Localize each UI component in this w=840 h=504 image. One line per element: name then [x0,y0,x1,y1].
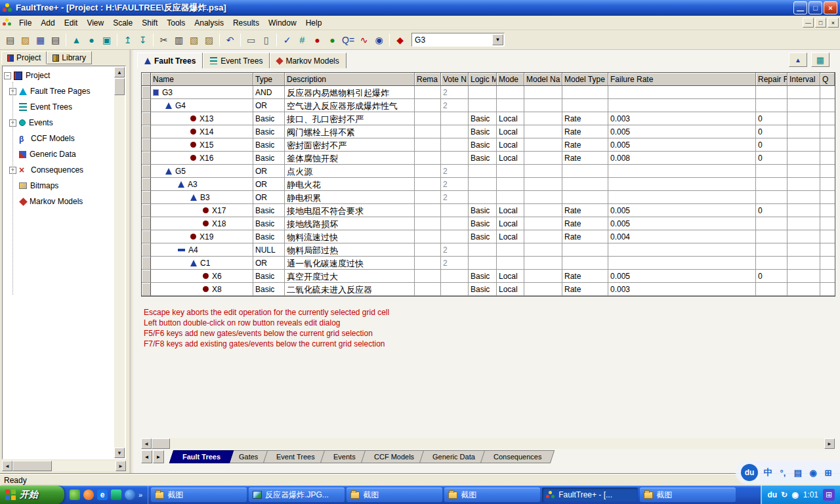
cell-repair[interactable]: 0 [756,152,788,165]
cell-repair[interactable] [756,86,788,99]
scroll-left-icon[interactable]: ◄ [141,438,152,449]
scroll-right-icon[interactable]: ► [116,461,126,471]
ime-menu-icon[interactable]: ⊞ [823,468,833,478]
cell-model-type[interactable]: Rate [562,217,608,230]
sheet-tab-generic-data[interactable]: Generic Data [419,450,488,463]
tree-item-event-trees[interactable]: · Event Trees [4,99,114,115]
ime-punctuation-icon[interactable]: °, [778,468,788,478]
cell-interval[interactable] [788,125,820,138]
grid-view-button[interactable] [811,52,830,67]
tab-library[interactable]: Library [47,51,92,64]
cell-model-name[interactable] [524,217,562,230]
quick-launch-overflow-chevron[interactable]: » [138,491,142,499]
collapse-icon[interactable]: − [4,72,11,79]
cell-vote[interactable] [441,204,469,217]
cell-type[interactable]: Basic [253,125,285,138]
undo-icon[interactable]: ↶ [222,32,238,47]
cell-failure-rate[interactable]: 0.003 [608,283,756,296]
cell-remarks[interactable] [415,204,441,217]
taskbar-button[interactable]: 截图 [151,488,247,502]
cell-failure-rate[interactable] [608,86,756,99]
tree-vertical-scrollbar[interactable]: ▲ ▼ [114,67,125,458]
cell-logic[interactable]: Basic [469,204,497,217]
cell-model-name[interactable] [524,178,562,191]
cell-vote[interactable] [441,217,469,230]
menu-analysis[interactable]: Analysis [190,16,228,30]
sheet-tab-ccf-models[interactable]: CCF Models [361,450,428,463]
cell-mode[interactable]: Local [497,230,524,243]
cell-repair[interactable] [756,165,788,178]
column-header-model-type[interactable]: Model Type [562,73,608,86]
cell-mode[interactable] [497,165,524,178]
row-selector-button[interactable] [142,204,151,217]
cell-interval[interactable] [788,152,820,165]
menu-scale[interactable]: Scale [108,16,137,30]
quick-launch-icon-4[interactable] [111,490,121,500]
sheet-tabs-scroll-left[interactable]: ◄ [141,450,152,463]
cell-description[interactable]: 点火源 [285,165,415,178]
cell-repair[interactable] [756,99,788,112]
cell-repair[interactable] [756,217,788,230]
cell-description[interactable]: 釜体腐蚀开裂 [285,152,415,165]
column-header-description[interactable]: Description [285,73,415,86]
cell-description[interactable]: 接地电阻不符合要求 [285,204,415,217]
tree-item-ccf-models[interactable]: · CCF Models [4,131,114,146]
ime-keyboard-icon[interactable]: ▤ [793,468,803,478]
cell-interval[interactable] [788,138,820,152]
scroll-down-icon[interactable]: ▼ [114,448,125,458]
row-selector-button[interactable] [142,257,151,270]
cell-interval[interactable] [788,270,820,283]
cell-repair[interactable]: 0 [756,270,788,283]
cell-remarks[interactable] [415,178,441,191]
cell-logic[interactable]: Basic [469,138,497,152]
scroll-left-icon[interactable]: ◄ [2,461,12,471]
cell-model-name[interactable] [524,243,562,257]
scroll-up-icon[interactable]: ▲ [114,67,125,77]
row-selector-button[interactable] [142,217,151,230]
cell-interval[interactable] [788,99,820,112]
cell-repair[interactable]: 0 [756,125,788,138]
cell-description[interactable]: 接口、孔口密封不严 [285,112,415,125]
name-cell[interactable]: G4 [151,99,253,112]
cell-mode[interactable] [497,99,524,112]
move-up-icon[interactable]: ↥ [120,32,135,47]
close-button[interactable]: × [824,1,837,14]
insert-row-icon[interactable]: ▭ [243,32,259,47]
name-cell[interactable]: A3 [151,178,253,191]
cell-model-type[interactable]: Rate [562,283,608,296]
add-gate-icon[interactable]: ▲ [69,32,84,47]
cell-mode[interactable] [497,191,524,204]
name-cell[interactable]: X15 [151,138,253,152]
cell-description[interactable]: 二氧化硫未进入反应器 [285,283,415,296]
cell-q[interactable] [820,125,835,138]
mdi-restore-button[interactable]: □ [815,18,826,28]
cell-type[interactable]: Basic [253,204,285,217]
cell-interval[interactable] [788,257,820,270]
cell-repair[interactable] [756,178,788,191]
row-selector-button[interactable] [142,283,151,296]
sheet-tab-event-trees[interactable]: Event Trees [263,450,328,463]
menu-file[interactable]: File [14,16,36,30]
restore-button[interactable]: □ [808,1,822,14]
name-cell[interactable]: X16 [151,152,253,165]
cell-vote[interactable]: 2 [441,165,469,178]
cell-remarks[interactable] [415,257,441,270]
cell-type[interactable]: AND [253,86,285,99]
cell-type[interactable]: Basic [253,138,285,152]
cell-type[interactable]: Basic [253,270,285,283]
cell-model-name[interactable] [524,283,562,296]
cell-logic[interactable] [469,191,497,204]
cell-mode[interactable] [497,243,524,257]
scrollbar-thumb[interactable] [12,461,52,471]
cell-logic[interactable] [469,99,497,112]
cell-logic[interactable]: Basic [469,230,497,243]
cell-vote[interactable] [441,112,469,125]
taskbar-button[interactable]: 截图 [346,488,442,502]
name-cell[interactable]: X19 [151,230,253,243]
cell-remarks[interactable] [415,138,441,152]
insert-col-icon[interactable]: ▯ [259,32,274,47]
cell-logic[interactable]: Basic [469,125,497,138]
menu-view[interactable]: View [82,16,108,30]
cell-failure-rate[interactable] [608,178,756,191]
cell-model-type[interactable]: Rate [562,125,608,138]
